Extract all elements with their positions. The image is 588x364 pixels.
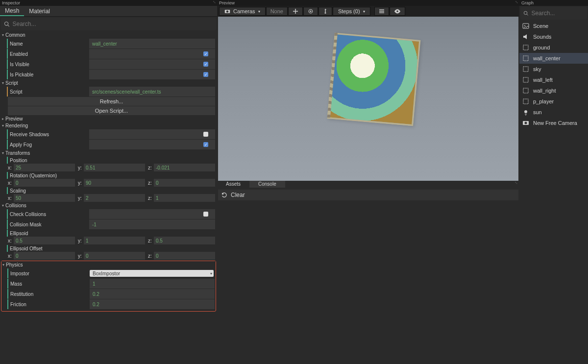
friction-input[interactable]: 0.2 xyxy=(90,299,215,309)
scl-x[interactable]: 50 xyxy=(14,194,75,202)
apply-fog-checkbox[interactable]: ✓ xyxy=(203,142,208,147)
graph-search[interactable] xyxy=(520,7,587,20)
rotate-tool[interactable] xyxy=(303,7,318,16)
off-x[interactable]: 0 xyxy=(14,252,75,260)
enabled-checkbox[interactable]: ✓ xyxy=(203,51,208,56)
viewport-3d[interactable] xyxy=(218,17,518,181)
restitution-input[interactable]: 0.2 xyxy=(90,289,215,299)
cameras-dropdown[interactable]: Cameras▾ xyxy=(219,7,266,16)
mesh-icon xyxy=(522,98,529,105)
section-collisions[interactable]: Collisions xyxy=(1,202,216,209)
graph-item-sounds[interactable]: Sounds xyxy=(519,31,588,42)
ell-z[interactable]: 0.5 xyxy=(154,237,215,244)
row-pickable: Is Pickable✓ xyxy=(7,70,216,79)
clear-button[interactable]: Clear xyxy=(231,192,245,198)
tab-console[interactable]: Console xyxy=(249,181,285,188)
mass-input[interactable]: 1 xyxy=(90,279,215,289)
tab-material[interactable]: Material xyxy=(24,6,55,16)
rot-z[interactable]: 0 xyxy=(154,179,215,187)
resize-handle[interactable]: ⤡ xyxy=(213,0,216,4)
section-common[interactable]: Common xyxy=(1,31,216,38)
resize-handle-bottom[interactable]: ⤡ xyxy=(513,181,519,188)
open-script-button[interactable]: Open Script... xyxy=(8,106,215,115)
scale-tool[interactable] xyxy=(318,7,332,16)
row-restitution: Restitution0.2 xyxy=(7,289,216,299)
pickable-checkbox[interactable]: ✓ xyxy=(203,72,208,77)
eye-icon xyxy=(394,9,401,14)
inspector-search-input[interactable] xyxy=(13,21,213,27)
refresh-button[interactable]: Refresh... xyxy=(8,97,215,106)
collision-mask-input[interactable]: -1 xyxy=(89,219,215,229)
svg-point-9 xyxy=(396,10,398,12)
row-mass: Mass1 xyxy=(7,279,216,289)
image-icon xyxy=(522,23,529,29)
scale-icon xyxy=(323,8,328,14)
off-z[interactable]: 0 xyxy=(154,252,215,260)
svg-rect-16 xyxy=(523,67,528,72)
svg-point-5 xyxy=(310,11,311,12)
none-button[interactable]: None xyxy=(266,7,288,16)
tab-mesh[interactable]: Mesh xyxy=(0,6,24,16)
graph-list: SceneSoundsgroundwall_centerskywall_left… xyxy=(519,21,588,364)
ell-x[interactable]: 0.5 xyxy=(14,237,75,244)
rot-x[interactable]: 0 xyxy=(14,179,75,187)
graph-item-label: Sounds xyxy=(533,34,551,40)
tab-assets[interactable]: Assets xyxy=(217,181,249,188)
steps-dropdown[interactable]: Steps (0)▾ xyxy=(333,7,370,16)
console-toolbar: Clear xyxy=(218,190,518,200)
section-script[interactable]: Script xyxy=(1,79,216,86)
svg-rect-17 xyxy=(523,77,528,82)
name-input[interactable]: wall_center xyxy=(89,39,215,49)
pos-x[interactable]: 25 xyxy=(14,164,75,171)
graph-item-label: p_player xyxy=(533,98,554,104)
graph-item-sun[interactable]: sun xyxy=(519,107,588,118)
menu-button[interactable] xyxy=(374,7,389,16)
graph-item-wall_center[interactable]: wall_center xyxy=(519,53,588,64)
impostor-select[interactable]: BoxImpostor xyxy=(90,270,214,277)
section-transforms[interactable]: Transforms xyxy=(1,149,216,156)
ell-y[interactable]: 1 xyxy=(84,237,145,244)
graph-item-label: wall_left xyxy=(533,77,553,83)
graph-item-sky[interactable]: sky xyxy=(519,64,588,74)
visibility-button[interactable] xyxy=(390,7,405,16)
row-impostor: ImpostorBoxImpostor xyxy=(7,268,216,278)
graph-search-input[interactable] xyxy=(531,10,584,17)
pos-z[interactable]: -0.021 xyxy=(154,164,215,171)
inspector-tabs: Mesh Material xyxy=(0,6,217,17)
mesh-wall-center[interactable] xyxy=(327,33,421,126)
label-rotation: Rotation (Quaternion) xyxy=(10,173,57,178)
row-apply-fog: Apply Fog✓ xyxy=(7,140,216,149)
graph-item-ground[interactable]: ground xyxy=(519,42,588,53)
rotation-xyz: x:0 y:90 z:0 xyxy=(8,179,215,187)
section-rendering[interactable]: Rendering xyxy=(1,122,216,129)
svg-line-11 xyxy=(527,14,528,16)
mesh-icon xyxy=(522,44,529,51)
graph-item-label: wall_center xyxy=(533,55,561,61)
receive-shadows-checkbox[interactable] xyxy=(203,132,208,137)
inspector-search[interactable] xyxy=(1,18,216,30)
graph-item-p_player[interactable]: p_player xyxy=(519,96,588,107)
graph-item-label: sky xyxy=(533,66,541,72)
pos-y[interactable]: 0.51 xyxy=(84,164,145,171)
graph-item-new-free-camera[interactable]: New Free Camera xyxy=(519,118,588,128)
svg-rect-18 xyxy=(523,88,528,93)
section-preview[interactable]: Preview xyxy=(1,115,216,122)
section-physics[interactable]: Physics xyxy=(1,261,216,268)
check-collisions-checkbox[interactable] xyxy=(203,212,208,217)
graph-item-wall_left[interactable]: wall_left xyxy=(519,74,588,85)
label-ellipsoid-offset: Ellipsoid Offset xyxy=(10,246,43,251)
scl-z[interactable]: 1 xyxy=(154,194,215,202)
scl-y[interactable]: 2 xyxy=(84,194,145,202)
graph-item-scene[interactable]: Scene xyxy=(519,21,588,31)
row-script: Scriptsrc/scenes/scene/wall_center.ts xyxy=(7,87,216,97)
graph-item-wall_right[interactable]: wall_right xyxy=(519,85,588,96)
resize-handle-mid[interactable]: ⤡ xyxy=(515,0,518,4)
off-y[interactable]: 0 xyxy=(84,252,145,260)
svg-rect-14 xyxy=(523,45,528,50)
move-icon xyxy=(293,8,298,14)
visible-checkbox[interactable]: ✓ xyxy=(203,62,208,67)
mesh-icon xyxy=(522,66,529,73)
move-tool[interactable] xyxy=(288,7,303,16)
rot-y[interactable]: 90 xyxy=(84,179,145,187)
script-path[interactable]: src/scenes/scene/wall_center.ts xyxy=(89,87,215,97)
